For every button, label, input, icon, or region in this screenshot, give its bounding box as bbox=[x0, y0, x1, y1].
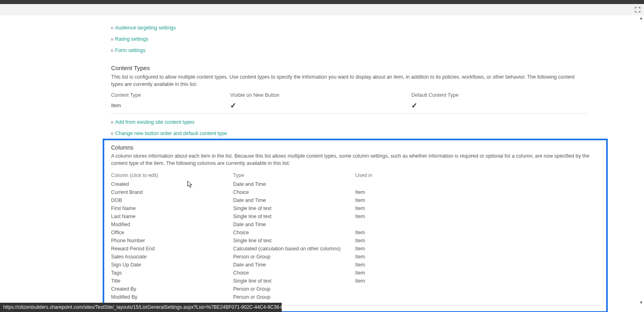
column-name-link[interactable]: Sales Associate bbox=[111, 253, 233, 261]
change-button-order-link[interactable]: Change new button order and default cont… bbox=[115, 131, 227, 136]
column-used-in: Item bbox=[355, 188, 600, 196]
column-type: Date and Time bbox=[233, 196, 355, 204]
bullet-icon bbox=[111, 133, 113, 135]
column-used-in bbox=[355, 220, 600, 229]
column-used-in: Item bbox=[355, 277, 600, 285]
browser-status-bar: https://citizenbuilders.sharepoint.com/s… bbox=[0, 303, 282, 312]
column-row: TitleSingle line of textItem bbox=[111, 277, 599, 285]
column-used-in: Item bbox=[355, 253, 600, 261]
column-used-in: Item bbox=[355, 229, 600, 237]
column-type: Calculated (calculation based on other c… bbox=[233, 245, 355, 253]
general-settings-links: Audience targeting settings Rating setti… bbox=[111, 15, 588, 53]
column-type: Single line of text bbox=[233, 237, 355, 245]
column-row: Sign Up DateDate and TimeItem bbox=[111, 261, 599, 269]
columns-description: A column stores information about each i… bbox=[111, 152, 599, 167]
ribbon-placeholder bbox=[0, 4, 644, 15]
bullet-icon bbox=[111, 121, 113, 123]
column-type: Single line of text bbox=[233, 212, 355, 220]
column-name-link[interactable]: Created By bbox=[111, 285, 233, 293]
content-types-description: This list is configured to allow multipl… bbox=[111, 73, 588, 88]
content-type-name[interactable]: Item bbox=[111, 100, 230, 114]
column-type: Choice bbox=[233, 229, 355, 237]
column-row: Sales AssociatePerson or GroupItem bbox=[111, 253, 599, 261]
column-type: Date and Time bbox=[233, 220, 355, 229]
columns-section-highlight: Columns A column stores information abou… bbox=[103, 139, 608, 312]
content-types-heading: Content Types bbox=[111, 64, 588, 71]
column-row: Phone NumberSingle line of textItem bbox=[111, 237, 599, 245]
column-used-in bbox=[355, 285, 600, 293]
columns-table: Column (click to edit) Type Used in Crea… bbox=[111, 171, 599, 301]
column-type: Choice bbox=[233, 188, 355, 196]
column-row: Current BrandChoiceItem bbox=[111, 188, 599, 196]
column-type: Person or Group bbox=[233, 253, 355, 261]
column-name-link[interactable]: DOB bbox=[111, 196, 233, 204]
column-row: Created ByPerson or Group bbox=[111, 285, 599, 293]
column-row: OfficeChoiceItem bbox=[111, 229, 599, 237]
content-type-default: ✓ bbox=[411, 100, 588, 114]
column-row: Last NameSingle line of textItem bbox=[111, 212, 599, 220]
column-type: Person or Group bbox=[233, 293, 355, 301]
column-name-link[interactable]: First Name bbox=[111, 204, 233, 212]
column-name-link[interactable]: Current Brand bbox=[111, 188, 233, 196]
ct-header-default: Default Content Type bbox=[411, 91, 588, 100]
columns-header-name: Column (click to edit) bbox=[111, 171, 233, 180]
browser-top-bar bbox=[0, 0, 644, 4]
column-type: Single line of text bbox=[233, 277, 355, 285]
column-row: ModifiedDate and Time bbox=[111, 220, 599, 229]
form-settings-link[interactable]: Form settings bbox=[115, 48, 146, 53]
column-used-in bbox=[355, 180, 600, 188]
column-name-link[interactable]: Office bbox=[111, 229, 233, 237]
rating-settings-link[interactable]: Rating settings bbox=[115, 36, 149, 42]
column-used-in bbox=[355, 293, 600, 301]
column-row: Modified ByPerson or Group bbox=[111, 293, 599, 301]
column-type: Date and Time bbox=[233, 261, 355, 269]
check-icon: ✓ bbox=[230, 102, 236, 110]
check-icon: ✓ bbox=[411, 102, 417, 110]
column-row: First NameSingle line of textItem bbox=[111, 204, 599, 212]
bullet-icon bbox=[111, 50, 113, 52]
column-used-in: Item bbox=[355, 245, 600, 253]
fullscreen-icon[interactable] bbox=[634, 6, 641, 13]
column-row: CreatedDate and Time bbox=[111, 180, 599, 188]
column-row: Reward Period EndCalculated (calculation… bbox=[111, 245, 599, 253]
column-name-link[interactable]: Title bbox=[111, 277, 233, 285]
column-name-link[interactable]: Tags bbox=[111, 269, 233, 277]
content-type-row: Item✓✓ bbox=[111, 100, 588, 114]
columns-heading: Columns bbox=[111, 144, 599, 151]
column-type: Person or Group bbox=[233, 285, 355, 293]
content-types-table: Content Type Visible on New Button Defau… bbox=[111, 91, 588, 114]
column-used-in: Item bbox=[355, 237, 600, 245]
column-name-link[interactable]: Last Name bbox=[111, 212, 233, 220]
column-name-link[interactable]: Modified By bbox=[111, 293, 233, 301]
column-type: Date and Time bbox=[233, 180, 355, 188]
column-name-link[interactable]: Phone Number bbox=[111, 237, 233, 245]
columns-header-used: Used in bbox=[355, 171, 600, 180]
column-used-in: Item bbox=[355, 204, 600, 212]
content-types-actions: Add from existing site content types Cha… bbox=[111, 119, 588, 136]
main-content: Audience targeting settings Rating setti… bbox=[0, 15, 644, 312]
column-name-link[interactable]: Created bbox=[111, 180, 233, 188]
audience-targeting-link[interactable]: Audience targeting settings bbox=[115, 25, 176, 31]
add-content-type-link[interactable]: Add from existing site content types bbox=[115, 119, 194, 125]
column-name-link[interactable]: Sign Up Date bbox=[111, 261, 233, 269]
column-row: TagsChoiceItem bbox=[111, 269, 599, 277]
column-row: DOBDate and TimeItem bbox=[111, 196, 599, 204]
bullet-icon bbox=[111, 27, 113, 29]
column-type: Choice bbox=[233, 269, 355, 277]
bullet-icon bbox=[111, 38, 113, 40]
column-used-in: Item bbox=[355, 212, 600, 220]
ct-header-type: Content Type bbox=[111, 91, 230, 100]
column-name-link[interactable]: Modified bbox=[111, 220, 233, 229]
columns-header-type: Type bbox=[233, 171, 355, 180]
ct-header-visible: Visible on New Button bbox=[230, 91, 411, 100]
column-type: Single line of text bbox=[233, 204, 355, 212]
column-name-link[interactable]: Reward Period End bbox=[111, 245, 233, 253]
column-used-in: Item bbox=[355, 261, 600, 269]
column-used-in: Item bbox=[355, 269, 600, 277]
content-type-visible: ✓ bbox=[230, 100, 411, 114]
column-used-in: Item bbox=[355, 196, 600, 204]
